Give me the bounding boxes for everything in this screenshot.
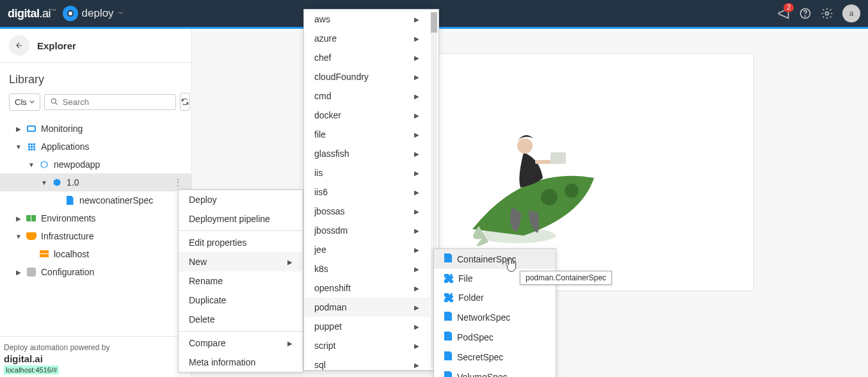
- tree-node-infrastructure[interactable]: ▼ Infrastructure: [0, 227, 191, 245]
- ctx-cat-aws[interactable]: aws▶: [304, 10, 430, 29]
- ctx-cat-cmd[interactable]: cmd▶: [304, 86, 430, 106]
- ctx-cat-docker[interactable]: docker▶: [304, 106, 430, 125]
- host-icon: [40, 250, 49, 258]
- tree-node-localhost[interactable]: localhost: [0, 245, 191, 263]
- ctx-cat-azure[interactable]: azure▶: [304, 29, 430, 48]
- svg-point-3: [51, 99, 56, 103]
- ctx-cat-k8s[interactable]: k8s▶: [304, 259, 430, 278]
- context-menu-primary: Deploy Deployment pipeline Edit properti…: [178, 189, 303, 373]
- tree-node-applications[interactable]: ▼ Applications: [0, 138, 191, 156]
- infrastructure-icon: [26, 232, 36, 240]
- announcements-icon[interactable]: 2: [777, 7, 790, 20]
- sidebar-top: Explorer: [0, 29, 191, 63]
- config-icon: [27, 268, 36, 277]
- search-row: Cls: [0, 93, 191, 117]
- ctx-type-secretspec[interactable]: SecretSpec: [434, 347, 556, 367]
- ctx-duplicate[interactable]: Duplicate: [179, 291, 303, 310]
- rocket-illustration: [447, 114, 613, 255]
- search-icon: [50, 97, 59, 106]
- ctx-cat-iis6[interactable]: iis6▶: [304, 182, 430, 202]
- context-menu-categories: aws▶azure▶chef▶cloudFoundry▶cmd▶docker▶f…: [303, 9, 439, 371]
- scrollbar-thumb[interactable]: [431, 12, 437, 33]
- svg-point-7: [517, 138, 533, 154]
- cube-icon: [52, 178, 61, 187]
- ctx-cat-podman[interactable]: podman▶: [304, 298, 430, 317]
- tree-node-version[interactable]: ▼ 1.0 ⋮: [0, 173, 191, 191]
- svg-point-6: [565, 184, 579, 198]
- chevron-down-icon: [29, 99, 35, 104]
- ctx-edit[interactable]: Edit properties: [179, 233, 303, 252]
- ctx-cat-file[interactable]: file▶: [304, 125, 430, 144]
- header-left: digital.ai™ deploy™: [8, 6, 123, 21]
- settings-icon[interactable]: [821, 7, 833, 20]
- header-right: 2 a: [777, 4, 860, 22]
- sidebar: Explorer Library Cls ▶ Monitoring ▼: [0, 29, 192, 377]
- ctx-cat-jbossdm[interactable]: jbossdm▶: [304, 221, 430, 240]
- tree-node-newpodapp[interactable]: ▼ newpodapp: [0, 156, 191, 173]
- footer-brand: digital.ai: [4, 353, 188, 364]
- status-url: localhost:4516/#: [4, 365, 59, 374]
- ctx-cat-cloudFoundry[interactable]: cloudFoundry▶: [304, 67, 430, 86]
- brand-suffix: .ai: [40, 7, 51, 20]
- svg-point-1: [805, 16, 806, 17]
- ctx-cat-glassfish[interactable]: glassfish▶: [304, 144, 430, 163]
- ctx-type-folder[interactable]: Folder: [434, 288, 556, 307]
- environments-icon: [26, 215, 36, 221]
- file-icon: [444, 332, 452, 342]
- search-input[interactable]: [63, 97, 170, 107]
- svg-rect-9: [551, 152, 566, 164]
- file-icon: [67, 196, 74, 205]
- tree-node-monitoring[interactable]: ▶ Monitoring: [0, 120, 191, 138]
- user-avatar[interactable]: a: [842, 4, 860, 22]
- more-menu-icon[interactable]: ⋮: [173, 177, 186, 188]
- tree-node-configuration[interactable]: ▶ Configuration: [0, 263, 191, 281]
- file-icon: [444, 312, 452, 323]
- ctx-delete[interactable]: Delete: [179, 310, 303, 329]
- tree-node-containerspec[interactable]: newconatinerSpec: [0, 191, 191, 209]
- ctx-cat-sql[interactable]: sql▶: [304, 355, 430, 371]
- ctx-cat-puppet[interactable]: puppet▶: [304, 317, 430, 336]
- puzzle-icon: [444, 274, 453, 283]
- ctx-type-networkspec[interactable]: NetworkSpec: [434, 307, 556, 327]
- brand-main: digital: [8, 7, 40, 20]
- cls-dropdown[interactable]: Cls: [9, 93, 40, 111]
- ctx-rename[interactable]: Rename: [179, 271, 303, 291]
- ctx-deploy[interactable]: Deploy: [179, 190, 303, 209]
- file-icon: [444, 371, 452, 377]
- notif-badge: 2: [784, 3, 794, 12]
- brand-logo: digital.ai™: [8, 7, 56, 20]
- file-icon: [444, 253, 452, 264]
- ctx-cat-script[interactable]: script▶: [304, 336, 430, 355]
- svg-point-2: [826, 12, 829, 15]
- ctx-compare[interactable]: Compare▶: [179, 333, 303, 353]
- help-icon[interactable]: [799, 7, 812, 20]
- deploy-icon: [63, 6, 78, 21]
- ctx-type-volumespec[interactable]: VolumeSpec: [434, 367, 556, 377]
- ctx-meta[interactable]: Meta information: [179, 353, 303, 372]
- library-heading: Library: [0, 63, 191, 93]
- tree: ▶ Monitoring ▼ Applications ▼ newpodapp …: [0, 117, 191, 336]
- ctx-type-containerspec[interactable]: ContainerSpec: [434, 249, 556, 269]
- ctx-new[interactable]: New▶: [179, 252, 303, 271]
- ctx-cat-chef[interactable]: chef▶: [304, 48, 430, 67]
- puzzle-icon: [444, 293, 453, 302]
- file-icon: [444, 351, 452, 362]
- search-box[interactable]: [44, 94, 176, 110]
- back-button[interactable]: [9, 35, 29, 56]
- monitor-icon: [27, 125, 36, 132]
- cube-icon: [40, 160, 49, 169]
- ctx-cat-jbossas[interactable]: jbossas▶: [304, 202, 430, 221]
- ctx-cat-iis[interactable]: iis▶: [304, 163, 430, 182]
- tooltip: podman.ContainerSpec: [520, 271, 612, 285]
- ctx-cat-jee[interactable]: jee▶: [304, 240, 430, 259]
- refresh-button[interactable]: [180, 93, 190, 111]
- deploy-label: deploy: [82, 7, 114, 20]
- ctx-type-podspec[interactable]: PodSpec: [434, 327, 556, 347]
- ctx-cat-openshift[interactable]: openshift▶: [304, 278, 430, 298]
- context-menu-types: ContainerSpecFileFolderNetworkSpecPodSpe…: [433, 248, 556, 377]
- ctx-pipeline[interactable]: Deployment pipeline: [179, 209, 303, 229]
- tree-node-environments[interactable]: ▶ Environments: [0, 209, 191, 227]
- apps-icon: [28, 143, 35, 150]
- refresh-icon: [181, 97, 189, 106]
- deploy-logo: deploy™: [63, 6, 123, 21]
